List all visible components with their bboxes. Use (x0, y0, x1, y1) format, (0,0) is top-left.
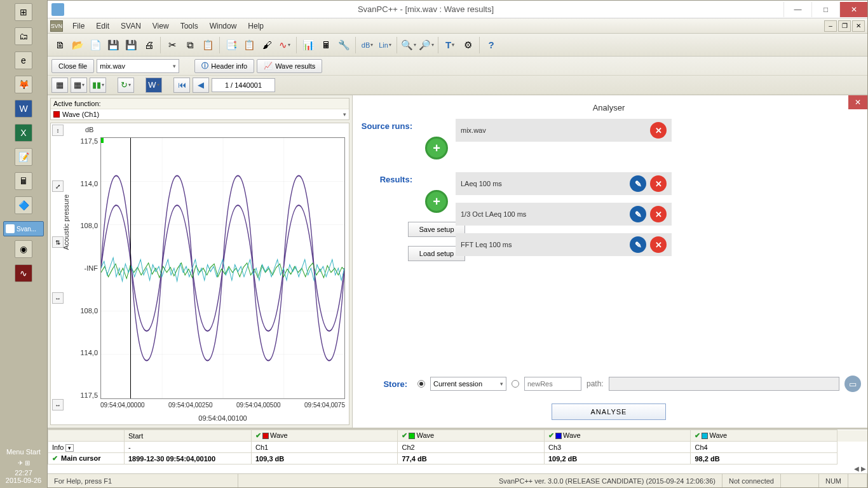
remove-result-button[interactable]: ✕ (650, 236, 667, 253)
misc-icon[interactable]: 🔷 (15, 196, 32, 214)
file-selector[interactable]: mix.wav (97, 59, 179, 73)
maximize-button[interactable]: □ (811, 2, 839, 17)
print-icon[interactable]: 🖨 (140, 37, 157, 53)
calc-icon[interactable]: 🖩 (15, 172, 32, 190)
store-session-radio[interactable] (417, 380, 425, 388)
settings-icon[interactable]: ⚙ (459, 37, 476, 53)
waveform-chart[interactable]: ↕ ⤢ ⇅ ↔ dB Acoustic pressure 117,5 114,0… (50, 123, 349, 425)
wave-tool-icon[interactable]: ∿ (276, 37, 293, 53)
tool-b-icon[interactable]: 📋 (241, 37, 257, 53)
explorer-icon[interactable]: 🗂 (15, 27, 32, 45)
info-dropdown-icon[interactable]: ▾ (65, 444, 74, 452)
edit-result-button[interactable]: ✎ (630, 206, 646, 222)
help-icon[interactable]: ? (483, 37, 499, 53)
menu-tools[interactable]: Tools (175, 22, 204, 30)
analyser-icon[interactable]: 📊 (300, 37, 316, 53)
result-item[interactable]: FFT Leq 100 ms ✎ ✕ (456, 233, 672, 256)
path-input[interactable] (609, 377, 839, 391)
mdi-minimize-button[interactable]: – (824, 20, 837, 32)
refresh-icon[interactable]: ↻ (118, 78, 134, 93)
menubar: SVN File Edit SVAN View Tools Window Hel… (48, 18, 867, 34)
edit-result-button[interactable]: ✎ (630, 175, 646, 192)
svn-file-icon[interactable]: 📄 (87, 37, 104, 53)
cut-icon[interactable]: ✂ (164, 37, 180, 53)
position-input[interactable] (212, 78, 275, 92)
view-grid-dd-icon[interactable]: ▦ (71, 78, 87, 93)
minimize-button[interactable]: — (783, 2, 811, 17)
notepad-icon[interactable]: 📝 (15, 148, 32, 166)
close-button[interactable]: ✕ (839, 2, 867, 17)
add-result-button[interactable]: + (425, 190, 448, 213)
result-item[interactable]: LAeq 100 ms ✎ ✕ (456, 172, 672, 195)
menu-view[interactable]: View (147, 22, 175, 30)
zoom-out-icon[interactable]: 🔎 (418, 37, 435, 53)
menu-start-label[interactable]: Menu Start (0, 445, 47, 458)
chart-y-ticks: 117,5 114,0 108,0 -INF 108,0 114,0 117,5 (78, 137, 100, 399)
store-session-select[interactable]: Current session (430, 377, 506, 391)
tray-icon-2[interactable]: ∿ (15, 264, 32, 282)
store-newres-radio[interactable] (512, 380, 519, 388)
ie-icon[interactable]: e (15, 51, 32, 69)
chart-tool-zoom-icon[interactable]: ⤢ (52, 180, 64, 192)
analyse-button[interactable]: ANALYSE (552, 403, 666, 420)
zoom-in-icon[interactable]: 🔍 (400, 37, 417, 53)
active-function-box: Active function: Wave (Ch1) ▾ (50, 98, 349, 120)
start-icon[interactable]: ⊞ (15, 3, 32, 21)
add-source-button[interactable]: + (425, 137, 448, 159)
menu-edit[interactable]: Edit (90, 22, 115, 30)
lin-scale-icon[interactable]: Lin (377, 37, 393, 53)
mdi-close-button[interactable]: ✕ (852, 20, 865, 32)
save-icon[interactable]: 💾 (105, 37, 121, 53)
chart-tool-hscroll-icon[interactable]: ↔ (52, 399, 64, 410)
menu-help[interactable]: Help (242, 22, 269, 30)
analyser-close-button[interactable]: ✕ (848, 95, 867, 109)
remove-result-button[interactable]: ✕ (650, 175, 667, 192)
new-result-name-input[interactable] (524, 377, 581, 391)
active-function-selector[interactable]: Wave (Ch1) ▾ (51, 109, 349, 119)
header-info-button[interactable]: ⓘHeader info (194, 59, 254, 73)
nav-first-icon[interactable]: ⏮ (173, 78, 190, 93)
chart-tool-scroll-up-icon[interactable]: ↕ (52, 125, 64, 136)
text-tool-icon[interactable]: T (442, 37, 458, 53)
view-grid-icon[interactable]: ▦ (51, 78, 68, 93)
word-export-icon[interactable]: W (146, 78, 162, 93)
taskbar-app-svan[interactable]: Svan... (3, 221, 44, 236)
fx-icon[interactable]: 🔧 (336, 37, 352, 53)
browse-path-button[interactable]: ▭ (844, 376, 861, 392)
remove-result-button[interactable]: ✕ (650, 206, 667, 222)
table-scroll-icon[interactable]: ◀ ▶ (854, 465, 866, 472)
save-all-icon[interactable]: 💾 (123, 37, 139, 53)
menu-file[interactable]: File (67, 22, 90, 30)
result-item[interactable]: 1/3 Oct LAeq 100 ms ✎ ✕ (456, 203, 672, 226)
close-file-button[interactable]: Close file (51, 59, 94, 73)
chart-cursor-line[interactable] (130, 138, 131, 398)
menu-svan[interactable]: SVAN (115, 22, 147, 30)
firefox-icon[interactable]: 🦊 (15, 76, 32, 93)
wave-results-button[interactable]: 📈Wave results (257, 59, 322, 73)
excel-icon[interactable]: X (15, 124, 32, 142)
remove-source-button[interactable]: ✕ (650, 122, 667, 139)
system-tray[interactable]: ✈⊞ (18, 458, 30, 468)
analyser-title: Analyser (356, 100, 861, 119)
mdi-restore-button[interactable]: ❐ (838, 20, 851, 32)
calculator-icon[interactable]: 🖩 (318, 37, 334, 53)
tray-icon-1[interactable]: ◉ (15, 240, 32, 258)
db-scale-icon[interactable]: dB (359, 37, 376, 53)
edit-result-button[interactable]: ✎ (630, 236, 646, 253)
open-folder-icon[interactable]: 📂 (69, 37, 86, 53)
cursor-values-panel: Start ✔Wave ✔Wave ✔Wave ✔Wave Info ▾ - C… (48, 428, 867, 473)
new-file-icon[interactable]: 🗎 (51, 37, 68, 53)
view-bars-icon[interactable]: ▮▮ (90, 78, 106, 93)
source-item[interactable]: mix.wav ✕ (456, 119, 672, 142)
chart-plot-area[interactable] (100, 137, 345, 399)
window-title: SvanPC++ - [mix.wav : Wave results] (68, 4, 783, 14)
menu-window[interactable]: Window (204, 22, 243, 30)
col-start: Start (125, 430, 252, 442)
tool-a-icon[interactable]: 📑 (223, 37, 240, 53)
word-icon[interactable]: W (15, 100, 32, 118)
brush-icon[interactable]: 🖌 (259, 37, 275, 53)
nav-prev-icon[interactable]: ◀ (193, 78, 209, 93)
chart-tool-hzoom-icon[interactable]: ↔ (52, 292, 64, 304)
paste-icon[interactable]: 📋 (200, 37, 216, 53)
copy-icon[interactable]: ⧉ (182, 37, 198, 53)
